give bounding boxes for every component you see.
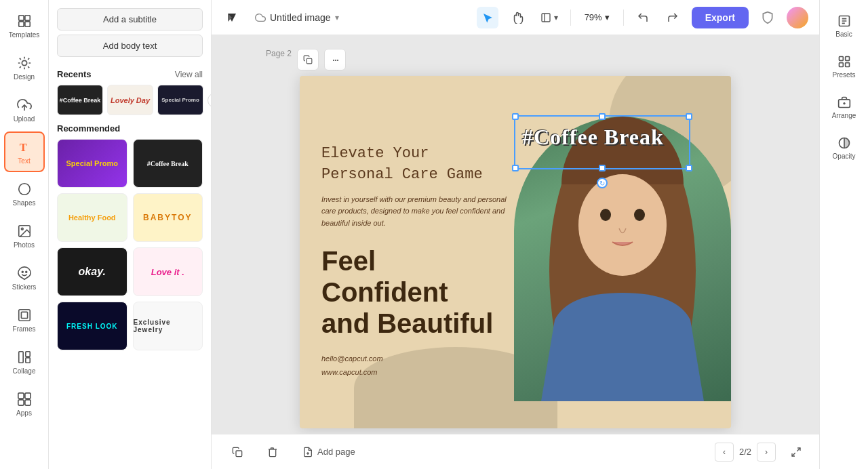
sidebar-item-shapes[interactable]: Shapes	[4, 174, 45, 214]
template-love-it[interactable]: Love it .	[133, 247, 203, 296]
handle-bottom-right[interactable]	[686, 165, 692, 171]
page-nav: ‹ 2/2 ›	[715, 443, 776, 462]
zoom-chevron-icon: ▾	[605, 12, 610, 22]
svg-point-9	[21, 228, 23, 230]
zoom-control[interactable]: 79% ▾	[579, 9, 615, 25]
canvas-text-left: Elevate Your Personal Care Game Invest i…	[321, 144, 511, 380]
template-okay[interactable]: okay.	[57, 247, 127, 296]
presets-icon	[837, 55, 851, 68]
save-page-btn[interactable]	[225, 443, 250, 462]
page-prev-btn[interactable]: ‹	[715, 443, 734, 462]
opacity-icon	[837, 136, 851, 150]
svg-rect-19	[18, 399, 23, 405]
handle-bottom-mid[interactable]	[599, 165, 606, 171]
handle-bottom-left[interactable]	[512, 165, 519, 171]
sidebar-item-templates[interactable]: Templates	[4, 5, 45, 46]
template-healthy-food[interactable]: Healthy Food	[57, 193, 127, 242]
svg-line-33	[792, 453, 795, 456]
delete-page-btn[interactable]	[260, 443, 285, 462]
canvas-headline: Feel Confident and Beautiful	[321, 245, 511, 339]
view-options-chevron: ▾	[554, 13, 558, 22]
page-label: Page 2	[266, 49, 292, 58]
basic-icon	[837, 14, 851, 28]
recents-title: Recents	[57, 69, 92, 79]
view-options-btn[interactable]: ▾	[536, 7, 562, 28]
file-info[interactable]: Untitled image ▾	[250, 9, 344, 26]
svg-rect-36	[845, 56, 849, 60]
sidebar-item-frames[interactable]: Frames	[4, 300, 45, 340]
recents-header: Recents View all	[57, 69, 203, 79]
right-panel: Basic Presets Arrange Opacity	[819, 0, 868, 469]
template-grid: Special Promo #Coffee Break Healthy Food…	[57, 139, 203, 350]
svg-point-4	[22, 60, 26, 65]
page-next-btn[interactable]: ›	[757, 443, 776, 462]
view-all-link[interactable]: View all	[175, 70, 203, 79]
selected-text-box[interactable]: #Coffee Break ↻	[514, 115, 690, 169]
left-icon-sidebar: Templates Design Upload T Text Shapes	[0, 0, 49, 469]
shield-icon	[761, 11, 774, 24]
right-panel-opacity[interactable]: Opacity	[824, 130, 865, 165]
duplicate-icon	[303, 55, 313, 64]
layout-icon	[540, 12, 551, 23]
add-page-icon	[302, 447, 313, 457]
right-panel-basic[interactable]: Basic	[824, 8, 865, 43]
svg-rect-17	[18, 392, 23, 398]
recommended-title: Recommended	[57, 123, 203, 134]
recent-thumb-coffee[interactable]: #Coffee Break	[57, 85, 103, 115]
sidebar-item-text[interactable]: T Text	[4, 131, 45, 172]
select-tool[interactable]	[477, 7, 498, 28]
template-special-promo[interactable]: Special Promo	[57, 139, 127, 188]
svg-rect-13	[21, 312, 27, 318]
svg-rect-24	[307, 58, 312, 64]
svg-text:T: T	[19, 141, 26, 154]
svg-rect-3	[24, 21, 29, 26]
sidebar-item-apps[interactable]: Apps	[4, 384, 45, 424]
text-panel: Add a subtitle Add body text Recents Vie…	[49, 0, 212, 469]
svg-point-28	[634, 209, 645, 221]
redo-btn[interactable]	[662, 7, 684, 28]
sidebar-item-design[interactable]: Design	[4, 47, 45, 88]
svg-rect-15	[25, 351, 29, 356]
canvas-subtitle: Invest in yourself with our premium beau…	[321, 194, 511, 230]
coffee-break-text[interactable]: #Coffee Break	[522, 125, 664, 150]
svg-rect-14	[18, 351, 22, 363]
add-body-text-btn[interactable]: Add body text	[57, 35, 203, 57]
rotate-handle[interactable]: ↻	[597, 178, 608, 188]
canvas-area[interactable]: Page 2 ···	[212, 35, 819, 434]
canvas-card[interactable]: Elevate Your Personal Care Game Invest i…	[300, 76, 731, 428]
handle-top-right[interactable]	[686, 113, 692, 120]
sidebar-item-stickers[interactable]: Stickers	[4, 258, 45, 298]
shield-btn[interactable]	[757, 7, 778, 28]
svg-point-10	[22, 271, 23, 272]
add-subtitle-btn[interactable]: Add a subtitle	[57, 8, 203, 30]
app-logo	[222, 8, 241, 27]
recent-thumb-special[interactable]: Special Promo	[157, 85, 203, 115]
export-button[interactable]: Export	[692, 7, 749, 28]
page-duplicate-btn[interactable]	[297, 49, 319, 70]
recent-thumb-lovely[interactable]: Lovely Day	[107, 85, 153, 115]
template-coffee-break[interactable]: #Coffee Break	[133, 139, 203, 188]
undo-btn[interactable]	[632, 7, 654, 28]
page-more-btn[interactable]: ···	[324, 49, 346, 70]
template-exclusive-jewelry[interactable]: Exclusive Jewelry	[133, 302, 203, 350]
sidebar-item-upload[interactable]: Upload	[4, 89, 45, 130]
svg-rect-12	[18, 309, 30, 321]
fullscreen-btn[interactable]	[787, 443, 806, 462]
divider	[570, 9, 571, 26]
right-panel-presets[interactable]: Presets	[824, 49, 865, 84]
template-fresh-look[interactable]: FRESH LOOK	[57, 302, 127, 350]
svg-point-27	[600, 209, 611, 221]
right-panel-arrange[interactable]: Arrange	[824, 89, 865, 125]
page-indicator: 2/2	[739, 447, 751, 457]
handle-top-mid[interactable]	[599, 113, 606, 120]
svg-rect-18	[24, 392, 30, 398]
sidebar-item-collage[interactable]: Collage	[4, 342, 45, 382]
handle-top-left[interactable]	[512, 113, 519, 120]
template-babytoy[interactable]: BABYTOY	[133, 193, 203, 242]
sidebar-item-photos[interactable]: Photos	[4, 216, 45, 256]
user-avatar[interactable]	[787, 7, 808, 28]
add-page-btn[interactable]: Add page	[296, 443, 362, 462]
hand-tool[interactable]	[507, 7, 528, 28]
cursor-icon	[481, 12, 494, 24]
selection-border: #Coffee Break ↻	[514, 115, 690, 169]
